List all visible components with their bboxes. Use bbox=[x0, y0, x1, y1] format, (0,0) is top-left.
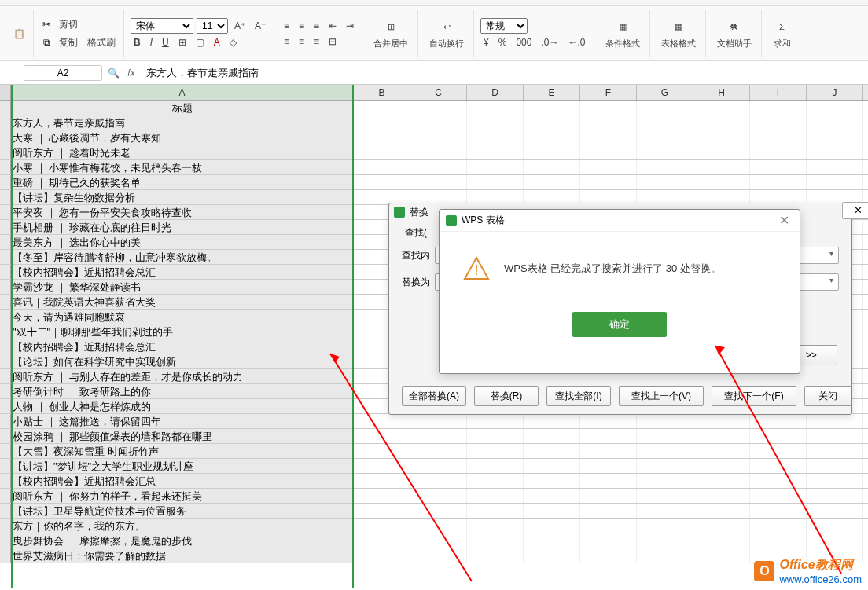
cell[interactable] bbox=[637, 474, 693, 488]
percent-button[interactable]: % bbox=[495, 35, 510, 49]
cell[interactable]: 【讲坛】卫星导航定位技术与位置服务 bbox=[11, 504, 354, 518]
cell[interactable] bbox=[750, 115, 807, 130]
cell[interactable] bbox=[354, 533, 410, 548]
ok-button[interactable]: 确定 bbox=[572, 312, 667, 337]
cell[interactable]: 最美东方 ｜ 选出你心中的美 bbox=[11, 235, 354, 249]
cell[interactable] bbox=[354, 548, 410, 563]
cell[interactable] bbox=[750, 459, 807, 473]
cell[interactable] bbox=[410, 548, 467, 563]
col-G-header[interactable]: G bbox=[637, 85, 693, 100]
name-box[interactable]: A2 bbox=[24, 65, 102, 81]
cell[interactable] bbox=[467, 130, 524, 145]
cell[interactable] bbox=[524, 504, 580, 518]
cell[interactable] bbox=[580, 429, 637, 443]
cell[interactable] bbox=[580, 175, 637, 189]
cell[interactable] bbox=[637, 101, 693, 115]
cell[interactable] bbox=[750, 519, 807, 533]
row-header[interactable] bbox=[0, 533, 11, 548]
cell[interactable] bbox=[580, 115, 637, 130]
cell[interactable] bbox=[354, 429, 410, 443]
cell[interactable] bbox=[467, 504, 524, 518]
cell[interactable]: 校园涂鸦 ｜ 那些颜值爆表的墙和路都在哪里 bbox=[11, 429, 354, 443]
col-I-header[interactable]: I bbox=[750, 85, 807, 100]
conditional-format-button[interactable]: ▦ 条件格式 bbox=[601, 16, 645, 51]
doc-helper-button[interactable]: 🛠 文档助手 bbox=[712, 16, 756, 51]
cell[interactable] bbox=[524, 175, 580, 189]
cell[interactable] bbox=[354, 444, 410, 458]
cell[interactable]: 世界艾滋病日：你需要了解的数据 bbox=[11, 548, 354, 563]
row-header[interactable] bbox=[0, 369, 11, 383]
find-tab[interactable]: 查找( bbox=[402, 224, 430, 242]
cell[interactable] bbox=[354, 459, 410, 473]
cell[interactable] bbox=[467, 459, 524, 473]
cell[interactable] bbox=[637, 533, 693, 548]
cell[interactable] bbox=[467, 429, 524, 443]
align-left-button[interactable]: ≡ bbox=[281, 35, 292, 49]
cell[interactable] bbox=[354, 414, 410, 428]
row-header[interactable] bbox=[0, 175, 11, 189]
cell[interactable] bbox=[750, 101, 807, 115]
cell[interactable] bbox=[807, 444, 863, 458]
table-style-button[interactable]: ▦ 表格格式 bbox=[657, 16, 701, 51]
col-H-header[interactable]: H bbox=[693, 85, 750, 100]
col-J-header[interactable]: J bbox=[807, 85, 863, 100]
indent-right-button[interactable]: ⇥ bbox=[343, 19, 357, 33]
row-header[interactable] bbox=[0, 339, 11, 354]
cell[interactable] bbox=[637, 519, 693, 533]
cell[interactable]: 学霸沙龙 ｜ 繁华深处静读书 bbox=[11, 280, 354, 294]
cell[interactable]: 【大雪】夜深知雪重 时闻折竹声 bbox=[11, 444, 354, 458]
cell[interactable] bbox=[467, 101, 524, 115]
cell[interactable] bbox=[693, 160, 750, 174]
cell[interactable] bbox=[354, 160, 410, 174]
cell[interactable] bbox=[637, 160, 693, 174]
cell[interactable] bbox=[467, 533, 524, 548]
cell[interactable] bbox=[807, 533, 863, 548]
cell[interactable] bbox=[410, 414, 467, 428]
cell[interactable] bbox=[524, 115, 580, 130]
indent-left-button[interactable]: ⇤ bbox=[326, 19, 340, 33]
close-icon[interactable]: ✕ bbox=[774, 213, 793, 228]
font-color-button[interactable]: A bbox=[211, 35, 223, 49]
cell[interactable] bbox=[807, 504, 863, 518]
cell[interactable] bbox=[580, 101, 637, 115]
cell[interactable] bbox=[467, 115, 524, 130]
row-header[interactable] bbox=[0, 354, 11, 368]
cell[interactable] bbox=[354, 519, 410, 533]
cell[interactable] bbox=[807, 160, 863, 174]
wrap-text-button[interactable]: ↩ 自动换行 bbox=[425, 16, 469, 51]
cell[interactable] bbox=[693, 504, 750, 518]
cell[interactable] bbox=[410, 533, 467, 548]
cell[interactable] bbox=[807, 130, 863, 145]
align-right-button[interactable]: ≡ bbox=[311, 35, 322, 49]
cell[interactable] bbox=[410, 504, 467, 518]
cell[interactable]: 【冬至】岸容待腊将舒柳，山意冲寒欲放梅。 bbox=[11, 250, 354, 264]
cell[interactable] bbox=[354, 474, 410, 488]
cell[interactable] bbox=[580, 533, 637, 548]
cell[interactable] bbox=[580, 504, 637, 518]
cut-button[interactable]: 剪切 bbox=[56, 16, 81, 33]
cell[interactable] bbox=[580, 459, 637, 473]
cell[interactable] bbox=[524, 519, 580, 533]
row-header[interactable] bbox=[0, 235, 11, 249]
replace-all-button[interactable]: 全部替换(A) bbox=[402, 386, 466, 406]
comma-button[interactable]: 000 bbox=[513, 35, 535, 49]
row-header[interactable] bbox=[0, 280, 11, 294]
row-header[interactable] bbox=[0, 444, 11, 458]
cell[interactable] bbox=[467, 519, 524, 533]
merge-center-button[interactable]: ⊞ 合并居中 bbox=[369, 16, 413, 51]
find-all-button[interactable]: 查找全部(I) bbox=[546, 386, 611, 406]
cell[interactable] bbox=[580, 145, 637, 159]
cell[interactable] bbox=[524, 548, 580, 563]
cell[interactable] bbox=[637, 115, 693, 130]
cell[interactable] bbox=[410, 175, 467, 189]
cell[interactable] bbox=[354, 115, 410, 130]
cell[interactable] bbox=[467, 145, 524, 159]
cell[interactable] bbox=[410, 101, 467, 115]
cell[interactable] bbox=[524, 145, 580, 159]
cell[interactable]: 【校内招聘会】近期招聘会汇总 bbox=[11, 474, 354, 488]
cell[interactable] bbox=[750, 533, 807, 548]
cell[interactable] bbox=[637, 504, 693, 518]
align-bottom-button[interactable]: ≡ bbox=[311, 19, 322, 33]
border-button[interactable]: ⊞ bbox=[175, 35, 189, 49]
close-icon-back[interactable]: ✕ bbox=[842, 202, 868, 219]
